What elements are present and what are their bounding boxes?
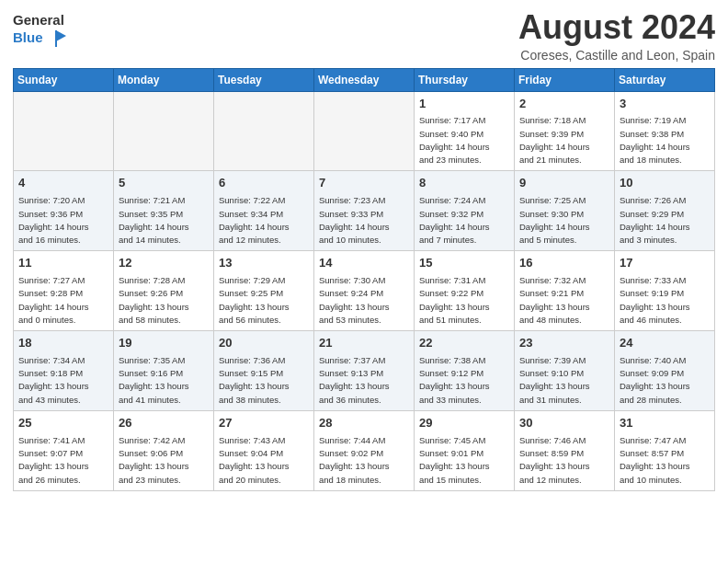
day-number: 31: [620, 415, 710, 432]
day-cell: 14Sunrise: 7:30 AM Sunset: 9:24 PM Dayli…: [314, 251, 415, 331]
day-cell: 9Sunrise: 7:25 AM Sunset: 9:30 PM Daylig…: [515, 171, 615, 251]
day-info: Sunrise: 7:25 AM Sunset: 9:30 PM Dayligh…: [519, 194, 609, 247]
day-info: Sunrise: 7:24 AM Sunset: 9:32 PM Dayligh…: [419, 194, 509, 247]
day-info: Sunrise: 7:34 AM Sunset: 9:18 PM Dayligh…: [18, 354, 108, 407]
subtitle: Coreses, Castille and Leon, Spain: [518, 48, 715, 63]
day-number: 28: [319, 415, 409, 432]
day-cell: 16Sunrise: 7:32 AM Sunset: 9:21 PM Dayli…: [515, 251, 615, 331]
day-info: Sunrise: 7:33 AM Sunset: 9:19 PM Dayligh…: [620, 274, 710, 327]
day-cell: 27Sunrise: 7:43 AM Sunset: 9:04 PM Dayli…: [214, 410, 314, 490]
day-number: 26: [119, 415, 209, 432]
day-info: Sunrise: 7:20 AM Sunset: 9:36 PM Dayligh…: [18, 194, 108, 247]
day-cell: 26Sunrise: 7:42 AM Sunset: 9:06 PM Dayli…: [114, 410, 214, 490]
page: General Blue August 2024 Coreses, Castil…: [0, 0, 728, 563]
day-number: 22: [419, 335, 509, 352]
day-number: 11: [18, 255, 108, 272]
day-number: 15: [419, 255, 509, 272]
day-cell: 29Sunrise: 7:45 AM Sunset: 9:01 PM Dayli…: [415, 410, 515, 490]
day-cell: 1Sunrise: 7:17 AM Sunset: 9:40 PM Daylig…: [415, 91, 515, 171]
day-number: 7: [319, 175, 409, 192]
main-title: August 2024: [518, 9, 715, 46]
day-number: 27: [219, 415, 309, 432]
day-cell: 3Sunrise: 7:19 AM Sunset: 9:38 PM Daylig…: [615, 91, 715, 171]
day-cell: 12Sunrise: 7:28 AM Sunset: 9:26 PM Dayli…: [114, 251, 214, 331]
day-number: 2: [519, 96, 609, 113]
day-cell: 21Sunrise: 7:37 AM Sunset: 9:13 PM Dayli…: [314, 331, 415, 411]
logo-icon: [46, 29, 66, 49]
day-number: 25: [18, 415, 108, 432]
day-info: Sunrise: 7:23 AM Sunset: 9:33 PM Dayligh…: [319, 194, 409, 247]
day-cell: 2Sunrise: 7:18 AM Sunset: 9:39 PM Daylig…: [515, 91, 615, 171]
col-sunday: Sunday: [14, 68, 114, 91]
day-info: Sunrise: 7:30 AM Sunset: 9:24 PM Dayligh…: [319, 274, 409, 327]
day-number: 21: [319, 335, 409, 352]
day-info: Sunrise: 7:17 AM Sunset: 9:40 PM Dayligh…: [419, 114, 509, 167]
week-row-1: 1Sunrise: 7:17 AM Sunset: 9:40 PM Daylig…: [14, 91, 715, 171]
day-cell: [214, 91, 314, 171]
col-saturday: Saturday: [615, 68, 715, 91]
day-number: 9: [519, 175, 609, 192]
day-info: Sunrise: 7:37 AM Sunset: 9:13 PM Dayligh…: [319, 354, 409, 407]
week-row-5: 25Sunrise: 7:41 AM Sunset: 9:07 PM Dayli…: [14, 410, 715, 490]
day-info: Sunrise: 7:35 AM Sunset: 9:16 PM Dayligh…: [119, 354, 209, 407]
day-cell: 15Sunrise: 7:31 AM Sunset: 9:22 PM Dayli…: [415, 251, 515, 331]
day-number: 30: [519, 415, 609, 432]
day-info: Sunrise: 7:19 AM Sunset: 9:38 PM Dayligh…: [620, 114, 710, 167]
day-number: 24: [620, 335, 710, 352]
day-number: 12: [119, 255, 209, 272]
logo-general: General: [13, 13, 64, 29]
day-number: 5: [119, 175, 209, 192]
svg-marker-0: [56, 30, 66, 41]
day-number: 1: [419, 96, 509, 113]
day-info: Sunrise: 7:28 AM Sunset: 9:26 PM Dayligh…: [119, 274, 209, 327]
day-cell: [314, 91, 415, 171]
day-number: 8: [419, 175, 509, 192]
day-cell: 8Sunrise: 7:24 AM Sunset: 9:32 PM Daylig…: [415, 171, 515, 251]
day-info: Sunrise: 7:32 AM Sunset: 9:21 PM Dayligh…: [519, 274, 609, 327]
day-info: Sunrise: 7:43 AM Sunset: 9:04 PM Dayligh…: [219, 434, 309, 487]
col-thursday: Thursday: [415, 68, 515, 91]
day-cell: 28Sunrise: 7:44 AM Sunset: 9:02 PM Dayli…: [314, 410, 415, 490]
svg-rect-1: [55, 30, 57, 47]
day-info: Sunrise: 7:38 AM Sunset: 9:12 PM Dayligh…: [419, 354, 509, 407]
day-info: Sunrise: 7:27 AM Sunset: 9:28 PM Dayligh…: [18, 274, 108, 327]
day-cell: 20Sunrise: 7:36 AM Sunset: 9:15 PM Dayli…: [214, 331, 314, 411]
day-info: Sunrise: 7:47 AM Sunset: 8:57 PM Dayligh…: [620, 434, 710, 487]
day-cell: 4Sunrise: 7:20 AM Sunset: 9:36 PM Daylig…: [14, 171, 114, 251]
day-cell: 19Sunrise: 7:35 AM Sunset: 9:16 PM Dayli…: [114, 331, 214, 411]
col-friday: Friday: [515, 68, 615, 91]
day-number: 20: [219, 335, 309, 352]
day-cell: 23Sunrise: 7:39 AM Sunset: 9:10 PM Dayli…: [515, 331, 615, 411]
header-row: Sunday Monday Tuesday Wednesday Thursday…: [14, 68, 715, 91]
day-cell: 30Sunrise: 7:46 AM Sunset: 8:59 PM Dayli…: [515, 410, 615, 490]
day-cell: 7Sunrise: 7:23 AM Sunset: 9:33 PM Daylig…: [314, 171, 415, 251]
day-number: 4: [18, 175, 108, 192]
day-cell: [114, 91, 214, 171]
day-info: Sunrise: 7:44 AM Sunset: 9:02 PM Dayligh…: [319, 434, 409, 487]
day-number: 29: [419, 415, 509, 432]
day-number: 23: [519, 335, 609, 352]
day-cell: 17Sunrise: 7:33 AM Sunset: 9:19 PM Dayli…: [615, 251, 715, 331]
day-number: 3: [620, 96, 710, 113]
day-cell: 31Sunrise: 7:47 AM Sunset: 8:57 PM Dayli…: [615, 410, 715, 490]
calendar-table: Sunday Monday Tuesday Wednesday Thursday…: [13, 68, 715, 491]
day-cell: 25Sunrise: 7:41 AM Sunset: 9:07 PM Dayli…: [14, 410, 114, 490]
day-cell: 13Sunrise: 7:29 AM Sunset: 9:25 PM Dayli…: [214, 251, 314, 331]
title-block: August 2024 Coreses, Castille and Leon, …: [518, 9, 715, 63]
day-info: Sunrise: 7:26 AM Sunset: 9:29 PM Dayligh…: [620, 194, 710, 247]
week-row-3: 11Sunrise: 7:27 AM Sunset: 9:28 PM Dayli…: [14, 251, 715, 331]
day-number: 13: [219, 255, 309, 272]
day-info: Sunrise: 7:29 AM Sunset: 9:25 PM Dayligh…: [219, 274, 309, 327]
day-cell: 10Sunrise: 7:26 AM Sunset: 9:29 PM Dayli…: [615, 171, 715, 251]
week-row-2: 4Sunrise: 7:20 AM Sunset: 9:36 PM Daylig…: [14, 171, 715, 251]
day-info: Sunrise: 7:31 AM Sunset: 9:22 PM Dayligh…: [419, 274, 509, 327]
week-row-4: 18Sunrise: 7:34 AM Sunset: 9:18 PM Dayli…: [14, 331, 715, 411]
day-info: Sunrise: 7:45 AM Sunset: 9:01 PM Dayligh…: [419, 434, 509, 487]
day-cell: 24Sunrise: 7:40 AM Sunset: 9:09 PM Dayli…: [615, 331, 715, 411]
day-info: Sunrise: 7:36 AM Sunset: 9:15 PM Dayligh…: [219, 354, 309, 407]
day-info: Sunrise: 7:41 AM Sunset: 9:07 PM Dayligh…: [18, 434, 108, 487]
col-tuesday: Tuesday: [214, 68, 314, 91]
day-number: 6: [219, 175, 309, 192]
logo: General Blue: [13, 13, 66, 49]
day-cell: 11Sunrise: 7:27 AM Sunset: 9:28 PM Dayli…: [14, 251, 114, 331]
